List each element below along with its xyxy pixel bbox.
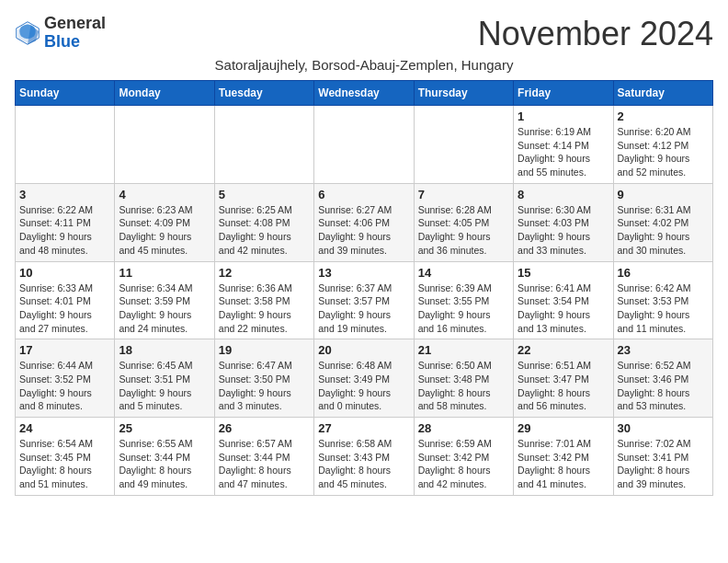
day-info: Sunrise: 6:19 AM Sunset: 4:14 PM Dayligh… bbox=[518, 125, 609, 179]
weekday-header: Saturday bbox=[613, 81, 712, 106]
weekday-header: Monday bbox=[115, 81, 214, 106]
weekday-header: Sunday bbox=[16, 81, 115, 106]
day-info: Sunrise: 6:27 AM Sunset: 4:06 PM Dayligh… bbox=[318, 203, 409, 258]
day-number: 20 bbox=[318, 343, 409, 357]
title-section: November 2024 bbox=[478, 15, 713, 53]
calendar-cell: 10Sunrise: 6:33 AM Sunset: 4:01 PM Dayli… bbox=[16, 261, 115, 339]
day-number: 29 bbox=[518, 421, 609, 435]
calendar-cell: 29Sunrise: 7:01 AM Sunset: 3:42 PM Dayli… bbox=[514, 418, 613, 496]
calendar-cell: 23Sunrise: 6:52 AM Sunset: 3:46 PM Dayli… bbox=[613, 339, 712, 418]
day-info: Sunrise: 6:22 AM Sunset: 4:11 PM Dayligh… bbox=[19, 203, 110, 258]
calendar-cell: 4Sunrise: 6:23 AM Sunset: 4:09 PM Daylig… bbox=[115, 183, 214, 261]
logo-icon bbox=[15, 20, 40, 46]
day-info: Sunrise: 6:23 AM Sunset: 4:09 PM Dayligh… bbox=[119, 203, 210, 258]
calendar-cell: 5Sunrise: 6:25 AM Sunset: 4:08 PM Daylig… bbox=[214, 183, 313, 261]
day-info: Sunrise: 6:20 AM Sunset: 4:12 PM Dayligh… bbox=[618, 125, 709, 179]
day-number: 30 bbox=[618, 421, 709, 435]
calendar-cell: 3Sunrise: 6:22 AM Sunset: 4:11 PM Daylig… bbox=[16, 183, 115, 261]
calendar-cell: 12Sunrise: 6:36 AM Sunset: 3:58 PM Dayli… bbox=[214, 261, 313, 339]
day-number: 23 bbox=[618, 343, 709, 357]
calendar-cell: 1Sunrise: 6:19 AM Sunset: 4:14 PM Daylig… bbox=[514, 106, 613, 184]
day-number: 5 bbox=[219, 188, 310, 201]
day-number: 26 bbox=[219, 421, 310, 435]
day-number: 21 bbox=[418, 343, 509, 357]
calendar-cell: 8Sunrise: 6:30 AM Sunset: 4:03 PM Daylig… bbox=[514, 183, 613, 261]
calendar-cell bbox=[214, 106, 313, 184]
calendar-cell: 24Sunrise: 6:54 AM Sunset: 3:45 PM Dayli… bbox=[16, 418, 115, 496]
calendar-cell: 28Sunrise: 6:59 AM Sunset: 3:42 PM Dayli… bbox=[414, 418, 513, 496]
day-number: 18 bbox=[119, 343, 210, 357]
calendar-week-row: 3Sunrise: 6:22 AM Sunset: 4:11 PM Daylig… bbox=[16, 183, 713, 261]
calendar-cell: 16Sunrise: 6:42 AM Sunset: 3:53 PM Dayli… bbox=[613, 261, 712, 339]
calendar-cell bbox=[414, 106, 513, 184]
logo-blue-text: Blue bbox=[44, 32, 80, 51]
calendar-cell: 18Sunrise: 6:45 AM Sunset: 3:51 PM Dayli… bbox=[115, 339, 214, 418]
calendar-week-row: 1Sunrise: 6:19 AM Sunset: 4:14 PM Daylig… bbox=[16, 106, 713, 184]
calendar-cell: 15Sunrise: 6:41 AM Sunset: 3:54 PM Dayli… bbox=[514, 261, 613, 339]
day-number: 17 bbox=[19, 343, 110, 357]
day-info: Sunrise: 6:44 AM Sunset: 3:52 PM Dayligh… bbox=[19, 359, 110, 413]
calendar-week-row: 10Sunrise: 6:33 AM Sunset: 4:01 PM Dayli… bbox=[16, 261, 713, 339]
calendar-cell bbox=[115, 106, 214, 184]
page-header: General Blue November 2024 bbox=[15, 15, 713, 53]
day-number: 13 bbox=[318, 266, 409, 280]
day-info: Sunrise: 6:51 AM Sunset: 3:47 PM Dayligh… bbox=[518, 359, 609, 413]
day-number: 2 bbox=[618, 109, 709, 123]
calendar-cell: 6Sunrise: 6:27 AM Sunset: 4:06 PM Daylig… bbox=[314, 183, 414, 261]
day-number: 4 bbox=[119, 188, 210, 201]
weekday-header: Friday bbox=[514, 81, 613, 106]
subtitle: Satoraljaujhely, Borsod-Abauj-Zemplen, H… bbox=[15, 57, 713, 73]
day-number: 16 bbox=[618, 266, 709, 280]
day-info: Sunrise: 6:52 AM Sunset: 3:46 PM Dayligh… bbox=[618, 359, 709, 413]
day-info: Sunrise: 6:48 AM Sunset: 3:49 PM Dayligh… bbox=[318, 359, 409, 413]
day-info: Sunrise: 7:01 AM Sunset: 3:42 PM Dayligh… bbox=[518, 437, 609, 491]
day-info: Sunrise: 6:41 AM Sunset: 3:54 PM Dayligh… bbox=[518, 282, 609, 336]
day-info: Sunrise: 7:02 AM Sunset: 3:41 PM Dayligh… bbox=[618, 437, 709, 491]
month-title: November 2024 bbox=[478, 15, 713, 53]
day-number: 28 bbox=[418, 421, 509, 435]
day-info: Sunrise: 6:50 AM Sunset: 3:48 PM Dayligh… bbox=[418, 359, 509, 413]
day-number: 12 bbox=[219, 266, 310, 280]
calendar-header-row: SundayMondayTuesdayWednesdayThursdayFrid… bbox=[16, 81, 713, 106]
day-number: 8 bbox=[518, 188, 609, 201]
day-info: Sunrise: 6:34 AM Sunset: 3:59 PM Dayligh… bbox=[119, 282, 210, 336]
day-info: Sunrise: 6:59 AM Sunset: 3:42 PM Dayligh… bbox=[418, 437, 509, 491]
calendar-cell: 11Sunrise: 6:34 AM Sunset: 3:59 PM Dayli… bbox=[115, 261, 214, 339]
day-number: 25 bbox=[119, 421, 210, 435]
day-number: 9 bbox=[618, 188, 709, 201]
calendar-cell: 17Sunrise: 6:44 AM Sunset: 3:52 PM Dayli… bbox=[16, 339, 115, 418]
day-info: Sunrise: 6:30 AM Sunset: 4:03 PM Dayligh… bbox=[518, 203, 609, 258]
day-info: Sunrise: 6:31 AM Sunset: 4:02 PM Dayligh… bbox=[618, 203, 709, 258]
day-number: 7 bbox=[418, 188, 509, 201]
calendar-table: SundayMondayTuesdayWednesdayThursdayFrid… bbox=[15, 80, 713, 496]
day-info: Sunrise: 6:37 AM Sunset: 3:57 PM Dayligh… bbox=[318, 282, 409, 336]
day-info: Sunrise: 6:36 AM Sunset: 3:58 PM Dayligh… bbox=[219, 282, 310, 336]
day-info: Sunrise: 6:33 AM Sunset: 4:01 PM Dayligh… bbox=[19, 282, 110, 336]
calendar-cell: 14Sunrise: 6:39 AM Sunset: 3:55 PM Dayli… bbox=[414, 261, 513, 339]
calendar-cell: 22Sunrise: 6:51 AM Sunset: 3:47 PM Dayli… bbox=[514, 339, 613, 418]
day-number: 6 bbox=[318, 188, 409, 201]
day-info: Sunrise: 6:55 AM Sunset: 3:44 PM Dayligh… bbox=[119, 437, 210, 491]
day-number: 1 bbox=[518, 109, 609, 123]
weekday-header: Tuesday bbox=[214, 81, 313, 106]
logo: General Blue bbox=[15, 15, 106, 52]
day-number: 14 bbox=[418, 266, 509, 280]
calendar-week-row: 17Sunrise: 6:44 AM Sunset: 3:52 PM Dayli… bbox=[16, 339, 713, 418]
day-info: Sunrise: 6:39 AM Sunset: 3:55 PM Dayligh… bbox=[418, 282, 509, 336]
calendar-cell: 26Sunrise: 6:57 AM Sunset: 3:44 PM Dayli… bbox=[214, 418, 313, 496]
day-number: 3 bbox=[19, 188, 110, 201]
calendar-cell: 19Sunrise: 6:47 AM Sunset: 3:50 PM Dayli… bbox=[214, 339, 313, 418]
calendar-cell: 30Sunrise: 7:02 AM Sunset: 3:41 PM Dayli… bbox=[613, 418, 712, 496]
weekday-header: Thursday bbox=[414, 81, 513, 106]
calendar-cell: 13Sunrise: 6:37 AM Sunset: 3:57 PM Dayli… bbox=[314, 261, 414, 339]
day-info: Sunrise: 6:57 AM Sunset: 3:44 PM Dayligh… bbox=[219, 437, 310, 491]
calendar-cell: 21Sunrise: 6:50 AM Sunset: 3:48 PM Dayli… bbox=[414, 339, 513, 418]
day-number: 24 bbox=[19, 421, 110, 435]
weekday-header: Wednesday bbox=[314, 81, 414, 106]
calendar-cell: 25Sunrise: 6:55 AM Sunset: 3:44 PM Dayli… bbox=[115, 418, 214, 496]
calendar-week-row: 24Sunrise: 6:54 AM Sunset: 3:45 PM Dayli… bbox=[16, 418, 713, 496]
day-number: 11 bbox=[119, 266, 210, 280]
calendar-cell: 9Sunrise: 6:31 AM Sunset: 4:02 PM Daylig… bbox=[613, 183, 712, 261]
day-number: 10 bbox=[19, 266, 110, 280]
day-info: Sunrise: 6:47 AM Sunset: 3:50 PM Dayligh… bbox=[219, 359, 310, 413]
